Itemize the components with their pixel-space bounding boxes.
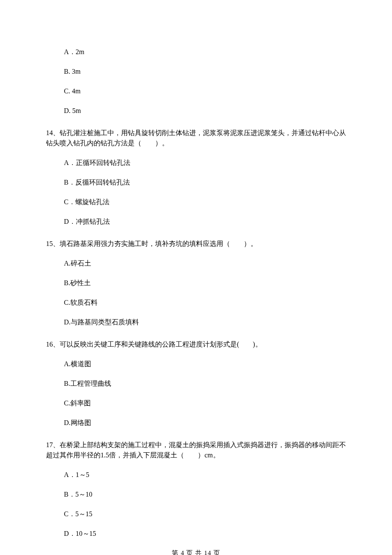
- q16-stem: 16、可以反映出关键工序和关键路线的公路工程进度计划形式是( )。: [46, 339, 346, 350]
- q16-option-c: C.斜率图: [64, 398, 346, 408]
- q16-option-a: A.横道图: [64, 359, 346, 369]
- q17-option-a: A．1～5: [64, 470, 346, 480]
- q13-option-c: C. 4m: [64, 86, 346, 96]
- q15-option-c: C.软质石料: [64, 298, 346, 308]
- q13-option-d: D. 5m: [64, 106, 346, 116]
- q15-stem: 15、填石路基采用强力夯实施工时，填补夯坑的填料应选用（ ）。: [46, 239, 346, 249]
- page-footer: 第 4 页 共 14 页: [46, 548, 346, 555]
- q15-option-b: B.砂性土: [64, 278, 346, 288]
- q13-option-b: B. 3m: [64, 66, 346, 77]
- q17-option-d: D．10～15: [64, 529, 346, 539]
- q15-option-a: A.碎石土: [64, 258, 346, 269]
- q17-option-c: C．5～15: [64, 509, 346, 519]
- q14-option-a: A．正循环回转钻孔法: [64, 158, 346, 168]
- q17-option-b: B．5～10: [64, 489, 346, 500]
- q14-option-d: D．冲抓钻孔法: [64, 217, 346, 227]
- q17-stem: 17、在桥梁上部结构支架的施工过程中，混凝土的振捣采用插入式振捣器进行，振捣器的…: [46, 440, 346, 460]
- q15-option-d: D.与路基同类型石质填料: [64, 317, 346, 327]
- q14-option-c: C．螺旋钻孔法: [64, 197, 346, 207]
- q14-option-b: B．反循环回转钻孔法: [64, 177, 346, 188]
- q14-stem: 14、钻孔灌注桩施工中，用钻具旋转切削土体钻进，泥浆泵将泥浆压进泥浆笼头，并通过…: [46, 128, 346, 148]
- q16-option-b: B.工程管理曲线: [64, 379, 346, 389]
- q13-option-a: A．2m: [64, 47, 346, 57]
- q16-option-d: D.网络图: [64, 418, 346, 428]
